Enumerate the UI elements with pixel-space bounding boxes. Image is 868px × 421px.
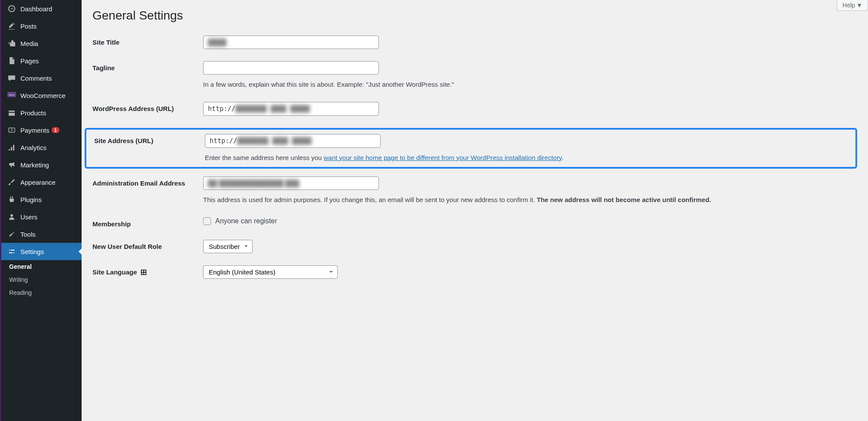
sidebar-item-plugins[interactable]: Plugins [1, 191, 82, 208]
comments-icon [7, 74, 16, 82]
dashboard-icon [7, 4, 16, 13]
brush-icon [7, 178, 16, 186]
sidebar-label: Comments [20, 75, 52, 82]
sidebar-item-marketing[interactable]: Marketing [1, 156, 82, 173]
wp-address-label: WordPress Address (URL) [92, 102, 203, 112]
membership-checkbox-label: Anyone can register [215, 217, 277, 225]
payments-badge: 1 [52, 127, 59, 133]
site-address-label: Site Address (URL) [94, 134, 205, 144]
submenu-item-general[interactable]: General [1, 260, 82, 273]
svg-text:Woo: Woo [9, 94, 15, 96]
admin-email-description: This address is used for admin purposes.… [203, 195, 857, 205]
sidebar-label: Appearance [20, 179, 56, 186]
default-role-label: New User Default Role [92, 240, 203, 250]
page-title: General Settings [92, 9, 857, 23]
user-icon [7, 212, 16, 221]
sidebar-item-pages[interactable]: Pages [1, 52, 82, 69]
membership-checkbox[interactable] [203, 217, 211, 225]
site-address-row: Site Address (URL) http://████████ ████ … [85, 128, 857, 169]
wp-address-input[interactable]: http://████████ ████ █████ [203, 102, 379, 116]
media-icon [7, 39, 16, 48]
sidebar-label: Tools [20, 231, 36, 238]
sidebar-item-media[interactable]: Media [1, 35, 82, 52]
sidebar-label: Media [20, 40, 38, 47]
site-address-link[interactable]: want your site home page to be different… [324, 154, 562, 161]
submenu-item-reading[interactable]: Reading [1, 286, 82, 299]
tagline-input[interactable] [203, 61, 379, 75]
sidebar-label: WooCommerce [20, 92, 66, 99]
sidebar-item-products[interactable]: Products [1, 104, 82, 121]
tagline-description: In a few words, explain what this site i… [203, 80, 857, 90]
sidebar-label: Analytics [20, 144, 46, 151]
sidebar-item-woocommerce[interactable]: Woo WooCommerce [1, 87, 82, 104]
sidebar-label: Dashboard [20, 5, 52, 13]
sidebar-item-analytics[interactable]: Analytics [1, 139, 82, 156]
site-address-input[interactable]: http://████████ ████ █████ [205, 134, 381, 148]
woocommerce-icon: Woo [7, 91, 16, 100]
sidebar-label: Plugins [20, 196, 42, 203]
svg-text:$: $ [11, 128, 13, 132]
sidebar-item-appearance[interactable]: Appearance [1, 173, 82, 191]
sidebar-label: Marketing [20, 161, 49, 169]
payments-icon: $ [7, 126, 16, 134]
analytics-icon [7, 143, 16, 152]
chevron-down-icon: ▼ [856, 2, 862, 9]
sidebar-label: Users [20, 213, 37, 221]
svg-point-4 [10, 214, 13, 217]
default-role-select[interactable]: Subscriber [203, 240, 253, 253]
products-icon [7, 108, 16, 117]
pin-icon [7, 22, 16, 30]
wrench-icon [7, 230, 16, 238]
sidebar-item-posts[interactable]: Posts [1, 17, 82, 35]
site-language-select[interactable]: English (United States) [203, 265, 338, 279]
site-address-description: Enter the same address here unless you w… [205, 153, 855, 163]
translate-icon [140, 268, 148, 276]
membership-label: Membership [92, 217, 203, 228]
tagline-label: Tagline [92, 61, 203, 72]
help-button[interactable]: Help ▼ [837, 0, 868, 11]
sidebar-item-users[interactable]: Users [1, 208, 82, 225]
sidebar-label: Products [20, 109, 46, 117]
site-title-label: Site Title [92, 36, 203, 46]
megaphone-icon [7, 160, 16, 169]
sidebar-item-payments[interactable]: $ Payments 1 [1, 121, 82, 139]
sidebar-item-settings[interactable]: Settings [1, 243, 82, 260]
plugin-icon [7, 195, 16, 204]
admin-email-label: Administration Email Address [92, 176, 203, 187]
sidebar-label: Pages [20, 57, 39, 65]
main-content: Help ▼ General Settings Site Title ████ … [82, 0, 868, 421]
sidebar-item-tools[interactable]: Tools [1, 225, 82, 243]
sidebar-item-comments[interactable]: Comments [1, 69, 82, 87]
sidebar-item-dashboard[interactable]: Dashboard [1, 0, 82, 17]
pages-icon [7, 56, 16, 65]
site-title-input[interactable]: ████ [203, 36, 379, 49]
sidebar-label: Settings [20, 248, 44, 255]
sidebar-label: Payments [20, 127, 49, 134]
admin-sidebar: Dashboard Posts Media Pages Comments Woo… [0, 0, 82, 421]
submenu-item-writing[interactable]: Writing [1, 273, 82, 286]
sidebar-label: Posts [20, 23, 37, 30]
admin-email-input[interactable]: ██ ██████████████ ███ [203, 176, 379, 190]
settings-icon [7, 247, 16, 256]
site-language-label: Site Language [92, 265, 203, 276]
